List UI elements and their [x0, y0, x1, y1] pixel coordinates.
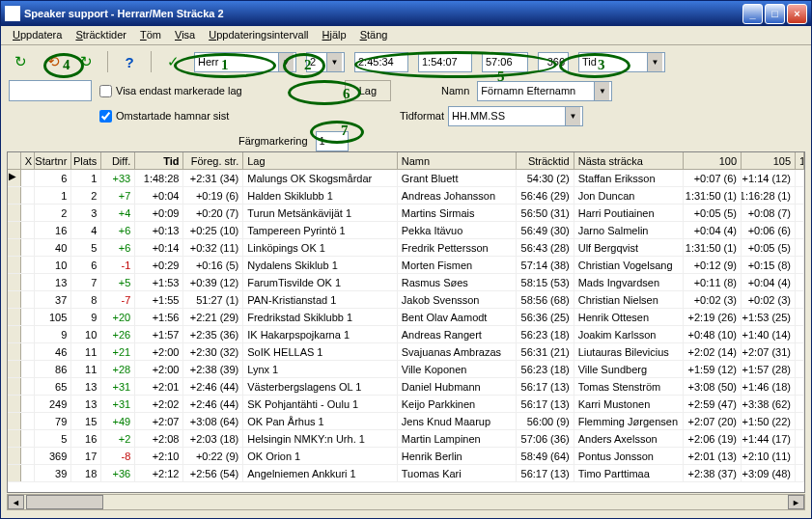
table-row[interactable]: 65 13 +31 +2:01 +2:46 (44) Västerbergsla…	[8, 378, 804, 396]
menu-visa[interactable]: Visa	[169, 28, 201, 42]
sort-combo[interactable]: ▼	[578, 52, 665, 72]
grid-header: X Startnr Plats Diff. Tid Föreg. str. La…	[8, 152, 804, 170]
leg-combo-input[interactable]	[307, 53, 326, 71]
grid-body[interactable]: 6 1 +33 1:48:28 +2:31 (34) Malungs OK Sk…	[8, 170, 804, 492]
time-a-field[interactable]	[354, 52, 408, 72]
col-foreg[interactable]: Föreg. str.	[183, 152, 243, 169]
lag-button[interactable]: Lag	[345, 80, 391, 101]
help-button[interactable]: ?	[118, 50, 141, 73]
table-row[interactable]: 79 15 +49 +2:07 +3:08 (64) OK Pan Århus …	[8, 413, 804, 430]
marked-checkbox-input[interactable]	[99, 85, 112, 97]
table-row[interactable]: 13 7 +5 +1:53 +0:39 (12) FarumTisvilde O…	[8, 274, 804, 291]
scroll-left-button[interactable]: ◄	[8, 495, 24, 509]
table-row[interactable]: 1 2 +7 +0:04 +0:19 (6) Halden Skiklubb 1…	[8, 187, 804, 205]
window-title: Speaker support - Herrar/Men Sträcka 2	[24, 8, 224, 19]
table-row[interactable]: 37 8 -7 +1:55 51:27 (1) PAN-Kristianstad…	[8, 291, 804, 309]
table-row[interactable]: 105 9 +20 +1:56 +2:21 (29) Fredrikstad S…	[8, 309, 804, 326]
app-icon	[5, 6, 20, 21]
table-row[interactable]: 46 11 +21 +2:00 +2:30 (32) SoIK HELLAS 1…	[8, 343, 804, 361]
table-row[interactable]: 10 6 -1 +0:29 +0:16 (5) Nydalens Skiklub…	[8, 257, 804, 274]
close-button[interactable]: ×	[787, 4, 807, 24]
leg-combo[interactable]: ▼	[306, 52, 345, 72]
menu-stracktider[interactable]: Sträcktider	[70, 28, 132, 42]
restart-checkbox-input[interactable]	[99, 110, 112, 123]
sync-icon: ⟲	[47, 53, 60, 70]
maximize-button[interactable]: □	[765, 4, 785, 24]
filter-field[interactable]	[9, 80, 92, 101]
col-tid[interactable]: Tid	[135, 152, 183, 169]
col-lag[interactable]: Lag	[243, 152, 398, 169]
redo-icon: ↻	[80, 53, 93, 70]
class-combo[interactable]: ▼	[194, 52, 296, 72]
namn-combo[interactable]: ▼	[477, 81, 612, 101]
farg-field[interactable]	[316, 131, 349, 151]
scroll-right-button[interactable]: ►	[788, 495, 804, 509]
tidformat-combo-input[interactable]	[449, 107, 565, 125]
table-row[interactable]: 86 11 +28 +2:00 +2:38 (39) Lynx 1 Ville …	[8, 361, 804, 378]
horizontal-scrollbar[interactable]: ◄ ►	[7, 494, 805, 510]
marked-checkbox[interactable]: Visa endast markerade lag	[99, 85, 242, 97]
tidformat-combo[interactable]: ▼	[448, 106, 583, 126]
chevron-down-icon[interactable]: ▼	[278, 53, 294, 71]
table-row[interactable]: 16 4 +6 +0:13 +0:25 (10) Tampereen Pyrin…	[8, 222, 804, 239]
class-combo-input[interactable]	[195, 53, 278, 71]
farg-label: Färgmarkering	[238, 135, 308, 147]
toolbar: ↻ ⟲ ↻ ? ✓ ▼ ▼ ▼	[1, 45, 811, 78]
col-strack[interactable]: Sträcktid	[517, 152, 574, 169]
col-namn[interactable]: Namn	[398, 152, 517, 169]
count-field[interactable]	[538, 52, 569, 72]
table-row[interactable]: 6 1 +33 1:48:28 +2:31 (34) Malungs OK Sk…	[8, 170, 804, 187]
col-100[interactable]: 100	[684, 152, 742, 169]
refresh-button[interactable]: ↻	[9, 50, 32, 73]
time-b-field[interactable]	[418, 52, 472, 72]
col-diff[interactable]: Diff.	[101, 152, 135, 169]
chevron-down-icon[interactable]: ▼	[565, 107, 580, 125]
chevron-down-icon[interactable]: ▼	[594, 82, 609, 100]
table-row[interactable]: 2 3 +4 +0:09 +0:20 (7) Turun Metsänkävij…	[8, 205, 804, 222]
table-row[interactable]: 249 13 +31 +2:02 +2:46 (44) SK Pohjantäh…	[8, 396, 804, 413]
check-button[interactable]: ✓	[161, 50, 184, 73]
menu-tom[interactable]: Töm	[134, 28, 167, 42]
namn-label: Namn	[441, 85, 469, 96]
namn-combo-input[interactable]	[478, 82, 594, 100]
col-last[interactable]: 1	[796, 152, 804, 169]
table-row[interactable]: 5 16 +2 +2:08 +2:03 (18) Helsingin NMKY:…	[8, 430, 804, 448]
minimize-button[interactable]: _	[742, 4, 763, 24]
col-startnr[interactable]: Startnr	[35, 152, 72, 169]
menu-uppdatera[interactable]: Uppdatera	[7, 28, 68, 42]
refresh-icon: ↻	[14, 53, 27, 70]
menu-hjalp[interactable]: Hjälp	[317, 28, 352, 42]
menu-intervall[interactable]: Uppdateringsintervall	[203, 28, 314, 42]
redo-button[interactable]: ↻	[74, 50, 98, 73]
titlebar: Speaker support - Herrar/Men Sträcka 2 _…	[1, 1, 811, 26]
help-icon: ?	[125, 54, 133, 70]
time-c-field[interactable]	[482, 52, 528, 72]
col-x[interactable]: X	[21, 152, 35, 169]
table-row[interactable]: 39 18 +36 +2:12 +2:56 (54) Angelniemen A…	[8, 465, 804, 482]
table-row[interactable]: 40 5 +6 +0:14 +0:32 (11) Linköpings OK 1…	[8, 239, 804, 257]
row-pointer-icon: ▶	[9, 171, 16, 181]
chevron-down-icon[interactable]: ▼	[647, 53, 662, 71]
menu-stang[interactable]: Stäng	[354, 28, 394, 42]
restart-checkbox[interactable]: Omstartade hamnar sist	[99, 110, 229, 123]
sort-combo-input[interactable]	[579, 53, 647, 71]
chevron-down-icon[interactable]: ▼	[326, 53, 342, 71]
results-grid[interactable]: X Startnr Plats Diff. Tid Föreg. str. La…	[7, 151, 805, 493]
tidformat-label: Tidformat	[400, 110, 444, 122]
menubar: Uppdatera Sträcktider Töm Visa Uppdateri…	[1, 26, 811, 45]
restart-checkbox-label: Omstartade hamnar sist	[116, 110, 229, 122]
col-plats[interactable]: Plats	[71, 152, 101, 169]
marked-checkbox-label: Visa endast markerade lag	[116, 85, 242, 96]
scroll-thumb[interactable]	[26, 495, 103, 509]
col-105[interactable]: 105	[742, 152, 796, 169]
check-icon: ✓	[167, 53, 180, 70]
sync-button[interactable]: ⟲	[42, 50, 65, 73]
table-row[interactable]: 369 17 -8 +2:10 +0:22 (9) OK Orion 1 Hen…	[8, 448, 804, 465]
col-nasta[interactable]: Nästa sträcka	[574, 152, 685, 169]
table-row[interactable]: 9 10 +26 +1:57 +2:35 (36) IK Hakarpspojk…	[8, 326, 804, 343]
